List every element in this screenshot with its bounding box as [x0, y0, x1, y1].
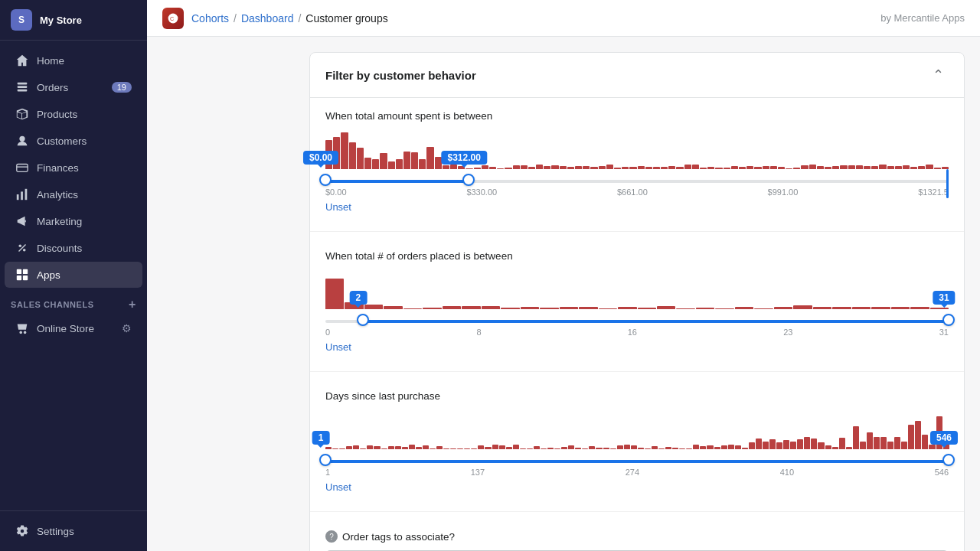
days-section: Days since last purchase 1 546 1 137 — [310, 378, 964, 505]
sidebar-label-finances: Finances — [37, 162, 79, 174]
sidebar-item-home[interactable]: Home — [5, 47, 142, 73]
amount-min-label: $0.00 — [303, 151, 338, 165]
svg-rect-12 — [23, 269, 28, 274]
svg-rect-7 — [25, 189, 28, 200]
svg-point-15 — [21, 530, 24, 533]
home-icon — [15, 54, 29, 67]
right-indicator — [946, 169, 949, 198]
breadcrumb-current: Customer groups — [305, 12, 387, 24]
sidebar-label-orders: Orders — [37, 82, 68, 93]
amount-spent-section: When total amount spent is between $0.00 — [310, 98, 964, 225]
days-label: Days since last purchase — [325, 390, 949, 402]
sidebar-item-marketing[interactable]: Marketing — [5, 208, 142, 234]
svg-rect-14 — [23, 276, 28, 280]
sidebar-label-home: Home — [37, 55, 64, 67]
sidebar-label-products: Products — [37, 109, 77, 120]
sidebar-header: S My Store — [0, 0, 147, 41]
days-range-slider: 1 546 — [325, 452, 949, 475]
days-chart: 1 546 — [325, 411, 949, 465]
online-store-label: Online Store — [37, 323, 94, 334]
finances-icon — [15, 161, 29, 174]
order-tags-label: Order tags to associate? — [342, 531, 455, 543]
sidebar-nav: Home Orders 19 Products Customers — [0, 41, 147, 510]
store-name: My Store — [40, 15, 82, 26]
days-min-thumb[interactable]: 1 — [319, 454, 332, 466]
svg-rect-0 — [18, 83, 28, 85]
sidebar-item-customers[interactable]: Customers — [5, 128, 142, 154]
amount-label: When total amount spent is between — [325, 110, 949, 122]
svg-text:C: C — [170, 15, 174, 22]
sidebar-item-settings[interactable]: Settings — [5, 518, 142, 544]
app-credit: by Mercantile Apps — [880, 12, 965, 24]
orders-icon — [15, 80, 29, 94]
settings-label: Settings — [37, 526, 74, 537]
section-divider-3 — [310, 511, 964, 512]
breadcrumb-cohorts[interactable]: Cohorts — [191, 12, 229, 24]
amount-max-label: $312.00 — [442, 151, 487, 165]
order-tags-help-icon[interactable]: ? — [325, 530, 338, 543]
filter-panel: Filter by customer behavior ⌃ When total… — [309, 52, 965, 551]
svg-rect-5 — [17, 194, 19, 200]
main-content: Filter by customer behavior ⌃ When total… — [294, 37, 980, 551]
svg-rect-11 — [17, 269, 21, 274]
sidebar-label-marketing: Marketing — [37, 216, 82, 227]
days-max-label: 546 — [930, 431, 958, 445]
topbar: C Cohorts / Dashboard / Customer groups … — [147, 0, 980, 37]
discounts-icon — [15, 241, 29, 255]
sidebar-item-orders[interactable]: Orders 19 — [5, 74, 142, 100]
amount-min-thumb[interactable]: $0.00 — [319, 174, 332, 186]
panel-title: Filter by customer behavior — [325, 69, 476, 82]
marketing-icon — [15, 214, 29, 228]
sidebar-item-online-store[interactable]: Online Store ⚙ — [5, 315, 142, 341]
settings-icon — [15, 524, 29, 538]
sidebar-item-apps[interactable]: Apps — [5, 262, 142, 288]
sidebar-item-discounts[interactable]: Discounts — [5, 235, 142, 261]
sidebar-label-discounts: Discounts — [37, 243, 82, 254]
orders-min-label: 2 — [349, 291, 367, 305]
amount-max-thumb[interactable]: $312.00 — [462, 174, 475, 186]
svg-rect-1 — [18, 86, 28, 88]
orders-fill — [363, 320, 949, 323]
sidebar-footer: Settings — [0, 510, 147, 551]
amount-range-slider: $0.00 $312.00 — [325, 172, 949, 195]
breadcrumb-dashboard[interactable]: Dashboard — [241, 12, 294, 24]
days-fill — [325, 460, 949, 463]
online-store-settings-icon[interactable]: ⚙ — [122, 322, 132, 334]
orders-label: When total # of orders placed is between — [325, 250, 949, 262]
svg-rect-4 — [17, 165, 28, 172]
orders-max-label: 31 — [933, 291, 955, 305]
days-max-thumb[interactable]: 546 — [942, 454, 955, 466]
panel-header: Filter by customer behavior ⌃ — [310, 53, 964, 98]
svg-rect-2 — [18, 90, 28, 92]
sidebar-item-finances[interactable]: Finances — [5, 155, 142, 181]
app-logo: C — [162, 8, 184, 29]
orders-badge: 19 — [112, 82, 132, 93]
customers-icon — [15, 134, 29, 148]
orders-min-thumb[interactable]: 2 — [357, 314, 369, 326]
orders-range-slider: 2 31 — [325, 312, 949, 335]
collapse-button[interactable]: ⌃ — [928, 65, 949, 85]
sidebar-item-analytics[interactable]: Analytics — [5, 181, 142, 207]
sidebar-label-customers: Customers — [37, 135, 87, 147]
orders-max-thumb[interactable]: 31 — [942, 314, 955, 326]
days-min-label: 1 — [312, 431, 330, 445]
sidebar-label-analytics: Analytics — [37, 189, 78, 201]
orders-chart: 2 31 — [325, 271, 949, 324]
svg-rect-13 — [17, 276, 21, 280]
sales-channels-label: SALES CHANNELS + — [0, 289, 147, 315]
amount-fill — [325, 180, 469, 183]
sidebar-item-products[interactable]: Products — [5, 101, 142, 127]
apps-icon — [15, 268, 29, 282]
add-channel-button[interactable]: + — [129, 298, 136, 311]
products-icon — [15, 107, 29, 121]
svg-point-9 — [23, 249, 26, 252]
sidebar-label-apps: Apps — [37, 269, 60, 281]
orders-placed-section: When total # of orders placed is between… — [310, 238, 964, 365]
sidebar: S My Store Home Orders 19 Products — [0, 0, 147, 551]
amount-unset-link[interactable]: Unset — [325, 201, 351, 213]
orders-unset-link[interactable]: Unset — [325, 341, 351, 353]
section-divider-1 — [310, 231, 964, 232]
svg-point-8 — [19, 245, 22, 248]
store-icon: S — [11, 9, 32, 31]
days-unset-link[interactable]: Unset — [325, 481, 351, 493]
